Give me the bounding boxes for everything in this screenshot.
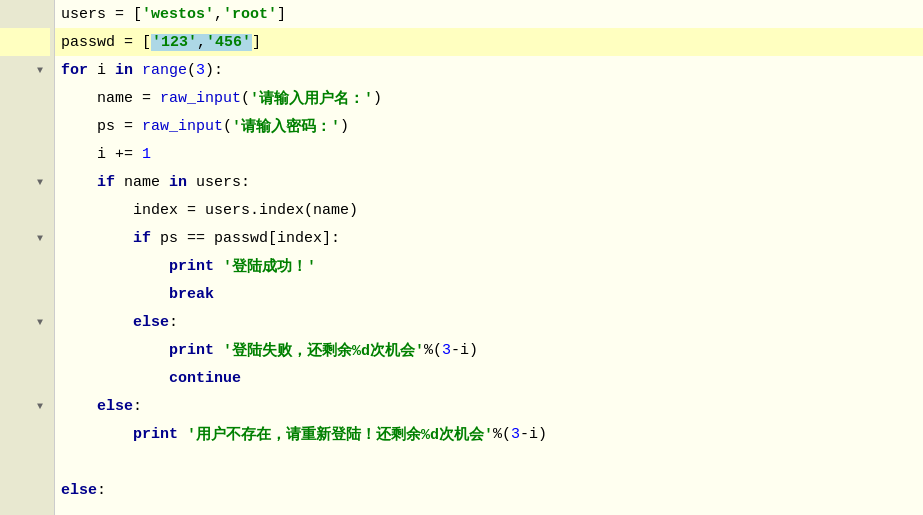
- code-line-blank: [55, 448, 923, 476]
- code-line-break: break: [55, 280, 923, 308]
- code-content: users = ['westos','root'] passwd = ['123…: [55, 0, 923, 515]
- gutter-line-9[interactable]: ▼: [0, 224, 50, 252]
- gutter-line-6: [0, 140, 50, 168]
- code-editor: ▼ ▼ ▼: [0, 0, 923, 515]
- code-line-i-inc: i += 1: [55, 140, 923, 168]
- gutter-line-4: [0, 84, 50, 112]
- code-line-users: users = ['westos','root']: [55, 0, 923, 28]
- code-line-for: for i in range(3):: [55, 56, 923, 84]
- fold-icon-15[interactable]: ▼: [34, 400, 46, 412]
- line-gutter: ▼ ▼ ▼: [0, 0, 55, 515]
- gutter-line-11: [0, 280, 50, 308]
- gutter-line-8: [0, 196, 50, 224]
- gutter-line-14: [0, 364, 50, 392]
- code-line-if-ps: if ps == passwd[index]:: [55, 224, 923, 252]
- gutter-line-10: [0, 252, 50, 280]
- gutter-line-5: [0, 112, 50, 140]
- fold-icon-7[interactable]: ▼: [34, 176, 46, 188]
- code-line-passwd: passwd = ['123','456']: [55, 28, 923, 56]
- gutter-line-2: [0, 28, 50, 56]
- gutter-line-7[interactable]: ▼: [0, 168, 50, 196]
- gutter-line-18: [0, 476, 50, 504]
- code-line-else2: else:: [55, 392, 923, 420]
- code-line-print-fail: print '登陆失败，还剩余%d次机会'%(3-i): [55, 336, 923, 364]
- code-line-index: index = users.index(name): [55, 196, 923, 224]
- code-line-continue: continue: [55, 364, 923, 392]
- gutter-line-3[interactable]: ▼: [0, 56, 50, 84]
- gutter-line-13: [0, 336, 50, 364]
- code-line-else3: else:: [55, 476, 923, 504]
- gutter-line-17: [0, 448, 50, 476]
- gutter-line-16: [0, 420, 50, 448]
- fold-icon-12[interactable]: ▼: [34, 316, 46, 328]
- code-line-print-success: print '登陆成功！': [55, 252, 923, 280]
- gutter-line-15[interactable]: ▼: [0, 392, 50, 420]
- gutter-line-1: [0, 0, 50, 28]
- code-line-name-input: name = raw_input('请输入用户名：'): [55, 84, 923, 112]
- fold-icon-9[interactable]: ▼: [34, 232, 46, 244]
- code-line-ps-input: ps = raw_input('请输入密码：'): [55, 112, 923, 140]
- code-line-if-name: if name in users:: [55, 168, 923, 196]
- fold-icon-3[interactable]: ▼: [34, 64, 46, 76]
- code-line-else1: else:: [55, 308, 923, 336]
- code-line-print-notexist: print '用户不存在，请重新登陆！还剩余%d次机会'%(3-i): [55, 420, 923, 448]
- gutter-line-12[interactable]: ▼: [0, 308, 50, 336]
